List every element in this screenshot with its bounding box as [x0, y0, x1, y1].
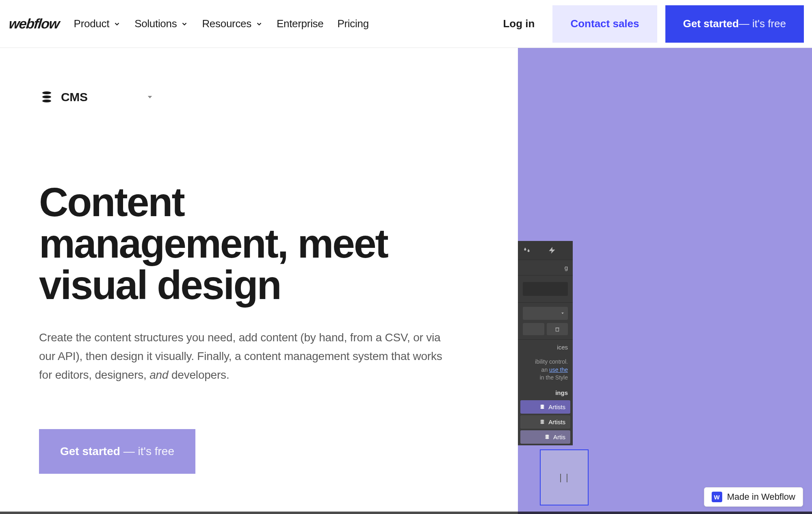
panel-btn-1[interactable] [523, 323, 544, 335]
svg-point-5 [541, 405, 544, 406]
caret-down-icon [561, 311, 565, 315]
nav-item-pricing[interactable]: Pricing [337, 17, 368, 30]
cta-suffix: — it's free [739, 17, 786, 30]
contact-sales-button[interactable]: Contact sales [552, 5, 657, 43]
panel-note: ibility control. an use the in the Style [518, 355, 573, 385]
trash-icon [554, 326, 560, 332]
hero-left: CMS Content management, meet visual desi… [0, 48, 518, 514]
collection-label: Artists [548, 419, 565, 425]
database-icon [539, 419, 545, 425]
made-in-webflow-badge[interactable]: W Made in Webflow [704, 487, 803, 507]
pause-icon: | | [559, 472, 569, 483]
video-preview[interactable]: | | [540, 449, 589, 505]
chevron-down-icon [113, 20, 121, 28]
nav-links: Product Solutions Resources Enterprise P… [74, 17, 369, 30]
bottom-shadow [0, 512, 812, 514]
hero-sub-before: Create the content structures you need, … [39, 331, 442, 381]
nav-right: Log in Contact sales Get started — it's … [493, 5, 804, 43]
hero-cta-bold: Get started [60, 445, 120, 458]
badge-text: Made in Webflow [727, 492, 795, 502]
chevron-down-icon [256, 20, 263, 28]
nav-label: Solutions [134, 17, 177, 30]
chevron-down-icon [181, 20, 188, 28]
cms-selector[interactable]: CMS [39, 90, 154, 104]
login-link[interactable]: Log in [493, 17, 544, 30]
hero-cta-suffix: — it's free [123, 445, 174, 458]
svg-point-6 [541, 406, 544, 408]
svg-marker-2 [561, 312, 564, 314]
nav-left: webflow Product Solutions Resources Ente… [9, 16, 369, 32]
panel-input-row [518, 275, 573, 302]
webflow-logo[interactable]: webflow [8, 16, 60, 32]
collection-item[interactable]: Artists [520, 400, 570, 414]
caret-down-icon [146, 93, 154, 101]
lightning-icon[interactable] [548, 246, 556, 254]
nav-label: Product [74, 17, 110, 30]
nav-item-product[interactable]: Product [74, 17, 121, 30]
webflow-badge-icon: W [712, 492, 722, 502]
svg-point-7 [541, 408, 544, 409]
hero-subtitle: Create the content structures you need, … [39, 328, 445, 385]
database-icon [42, 91, 51, 102]
hero-title: Content management, meet visual design [39, 181, 413, 306]
panel-label-row: g [518, 260, 573, 275]
cms-label: CMS [61, 90, 88, 104]
panel-input[interactable] [523, 282, 568, 296]
panel-tabs [518, 241, 573, 260]
panel-note-1: ibility control. [535, 358, 568, 365]
svg-rect-3 [556, 328, 559, 331]
panel-buttons [523, 323, 568, 335]
nav-label: Resources [202, 17, 251, 30]
database-icon [539, 404, 545, 410]
panel-btn-2[interactable] [547, 323, 568, 335]
nav-item-enterprise[interactable]: Enterprise [277, 17, 324, 30]
collection-label: Artists [548, 403, 565, 410]
get-started-button[interactable]: Get started — it's free [665, 5, 804, 43]
nav-item-resources[interactable]: Resources [202, 17, 263, 30]
panel-note-link[interactable]: use the [549, 367, 568, 373]
nav-label: Enterprise [277, 17, 324, 30]
svg-point-9 [541, 421, 544, 423]
svg-point-8 [541, 420, 544, 421]
svg-point-12 [545, 436, 549, 438]
panel-note-2: in the Style [540, 374, 568, 381]
nav-item-solutions[interactable]: Solutions [134, 17, 188, 30]
collection-item[interactable]: Artists [520, 415, 570, 429]
hero-sub-em: and [149, 369, 168, 381]
droplets-icon[interactable] [523, 246, 531, 254]
collection-label: Artis [553, 434, 565, 440]
hero-right-visual: g ices ibility control. an use the in th… [518, 48, 812, 514]
svg-point-10 [541, 423, 544, 424]
database-icon [544, 434, 550, 440]
panel-select[interactable] [523, 307, 568, 320]
main: CMS Content management, meet visual desi… [0, 48, 812, 514]
panel-ices: ices [518, 339, 573, 355]
svg-point-11 [545, 435, 549, 436]
panel-select-row [518, 302, 573, 339]
hero-get-started-button[interactable]: Get started — it's free [39, 429, 195, 474]
nav-label: Pricing [337, 17, 368, 30]
collection-item[interactable]: Artis [520, 430, 570, 444]
svg-marker-1 [549, 247, 555, 254]
panel-section-title: ings [518, 385, 573, 399]
svg-marker-0 [148, 96, 152, 98]
cta-bold: Get started [683, 17, 739, 30]
hero-sub-after: developers. [168, 369, 229, 381]
svg-point-13 [545, 438, 549, 439]
designer-panel: g ices ibility control. an use the in th… [518, 241, 573, 445]
top-navbar: webflow Product Solutions Resources Ente… [0, 0, 812, 48]
